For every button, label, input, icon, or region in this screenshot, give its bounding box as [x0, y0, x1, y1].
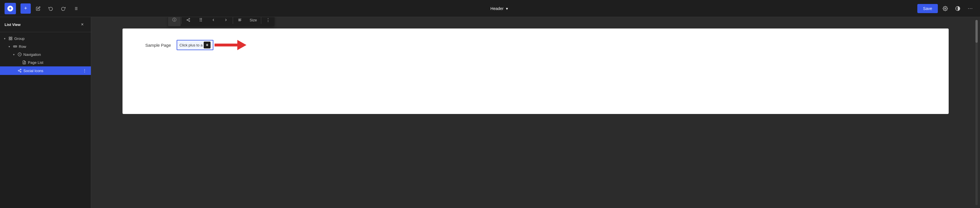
list-icon [73, 6, 78, 11]
svg-rect-8 [9, 37, 10, 38]
spacer [11, 68, 16, 73]
close-sidebar-button[interactable]: × [78, 21, 86, 29]
pencil-icon [36, 6, 40, 11]
group-icon [8, 36, 13, 41]
undo-button[interactable] [46, 3, 56, 14]
gear-icon [943, 6, 948, 11]
social-icons-icon [17, 68, 22, 73]
svg-line-24 [19, 70, 20, 70]
editor-canvas: ⓘ ⠿ [123, 29, 949, 114]
sidebar-item-social-icons-label: Social Icons [23, 69, 81, 73]
nav-block-inner[interactable]: Click plus to a + [177, 40, 213, 50]
topbar-right: Save ··· [917, 3, 975, 14]
main-layout: List View × ▾ Group ▾ [0, 17, 980, 208]
svg-point-20 [20, 69, 21, 70]
sidebar-item-page-list[interactable]: Page List [0, 59, 91, 67]
arrow-head-icon [237, 40, 247, 50]
chevron-left-icon [212, 18, 215, 22]
drag-icon: ⠿ [199, 17, 203, 23]
svg-rect-12 [13, 46, 17, 47]
svg-rect-10 [9, 39, 10, 40]
sidebar-item-navigation[interactable]: ▾ Navigation [0, 51, 91, 59]
chevron-down-icon: ▾ [7, 44, 11, 49]
svg-point-22 [20, 71, 21, 72]
ellipsis-vertical-icon: ⋮ [266, 17, 270, 23]
share-icon [186, 18, 190, 22]
svg-point-26 [187, 19, 188, 21]
add-nav-item-button[interactable]: + [204, 41, 210, 48]
save-button[interactable]: Save [917, 4, 938, 13]
edit-tool-button[interactable] [33, 3, 43, 14]
sidebar-item-group[interactable]: ▾ Group [0, 35, 91, 43]
toolbar-prev-button[interactable] [207, 17, 220, 26]
svg-point-27 [189, 21, 190, 22]
row-icon [13, 44, 18, 49]
spacer [16, 60, 21, 65]
toolbar-info-button[interactable]: ⓘ [168, 17, 181, 26]
toolbar-separator-2 [233, 17, 233, 24]
topbar-left: + [5, 3, 81, 14]
sidebar-tree: ▾ Group ▾ Row [0, 32, 91, 208]
settings-button[interactable] [940, 3, 950, 14]
sidebar-item-row[interactable]: ▾ Row [0, 43, 91, 51]
wp-logo-icon [7, 5, 14, 12]
list-view-button[interactable] [71, 3, 81, 14]
redo-icon [61, 6, 65, 11]
nav-block: Click plus to a + [177, 40, 213, 50]
navigation-icon [17, 52, 22, 57]
block-toolbar: ⓘ ⠿ [168, 17, 274, 26]
wp-logo[interactable] [5, 3, 16, 14]
contrast-icon [955, 6, 960, 11]
topbar-center: Header ▾ [81, 5, 917, 13]
list-view-title: List View [5, 22, 21, 27]
svg-line-17 [20, 54, 20, 55]
undo-icon [48, 6, 53, 11]
align-left-icon [238, 18, 242, 22]
redo-button[interactable] [58, 3, 68, 14]
toolbar-align-button[interactable] [234, 17, 246, 26]
scroll-thumb [975, 20, 978, 43]
header-chevron-icon: ▾ [506, 6, 508, 11]
more-options-button[interactable]: ··· [965, 3, 975, 14]
content-area: ⓘ ⠿ [91, 17, 980, 208]
sidebar-item-social-icons[interactable]: Social Icons ⋮ [0, 67, 91, 75]
toolbar-drag-button[interactable]: ⠿ [194, 17, 207, 26]
page-list-icon [22, 60, 27, 65]
sidebar-header: List View × [0, 17, 91, 32]
toolbar-next-button[interactable] [220, 17, 232, 26]
sidebar-item-navigation-label: Navigation [23, 52, 88, 57]
toolbar-size-button[interactable]: Size [246, 17, 260, 26]
more-options-icon[interactable]: ⋮ [82, 68, 88, 73]
contrast-button[interactable] [953, 3, 963, 14]
canvas-content: Sample Page Click plus to a + [123, 40, 949, 50]
scroll-track[interactable] [975, 20, 978, 205]
svg-point-25 [189, 18, 190, 19]
chevron-down-icon: ▾ [11, 52, 16, 57]
nav-block-text: Click plus to a [180, 43, 202, 47]
toolbar-more-button[interactable]: ⋮ [262, 17, 274, 26]
svg-point-6 [945, 8, 946, 9]
svg-rect-9 [11, 37, 12, 38]
info-icon: ⓘ [172, 17, 177, 22]
chevron-down-icon: ▾ [2, 36, 7, 41]
svg-point-21 [18, 70, 19, 71]
toolbar-share-button[interactable] [182, 17, 194, 26]
svg-line-29 [188, 19, 189, 20]
ellipsis-icon: ··· [968, 5, 973, 11]
toolbar-separator [181, 17, 181, 24]
sidebar-item-group-label: Group [14, 37, 88, 41]
sample-page-text: Sample Page [145, 43, 171, 48]
topbar: + Header [0, 0, 980, 17]
header-title: Header [490, 6, 504, 11]
arrow-line [215, 44, 237, 46]
svg-rect-11 [11, 39, 12, 40]
sidebar-item-page-list-label: Page List [28, 60, 88, 65]
toolbar-separator-3 [261, 17, 261, 24]
svg-line-23 [19, 71, 20, 71]
sidebar: List View × ▾ Group ▾ [0, 17, 91, 208]
arrow-annotation [215, 40, 247, 50]
svg-line-28 [188, 20, 189, 21]
chevron-right-icon [224, 18, 228, 22]
header-dropdown[interactable]: Header ▾ [487, 5, 511, 13]
add-block-button[interactable]: + [21, 3, 31, 14]
